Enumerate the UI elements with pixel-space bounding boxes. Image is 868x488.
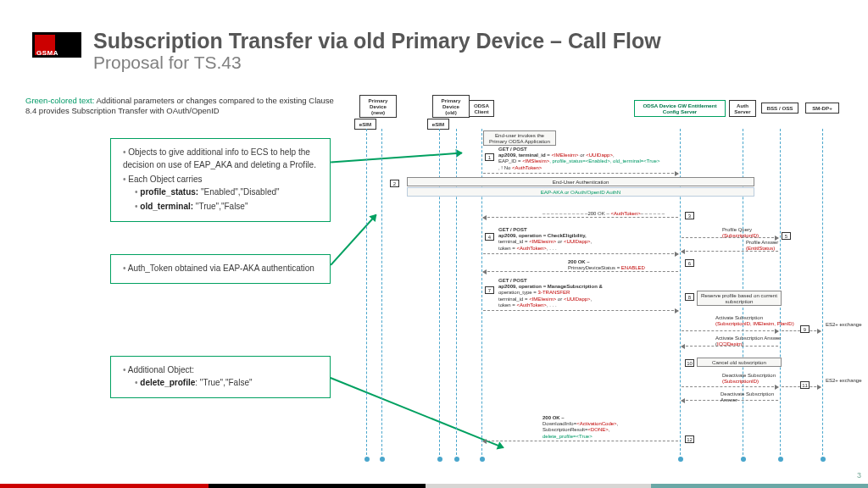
- lifeline-new-device: Primary Device (new): [359, 95, 397, 118]
- page-number: 3: [857, 471, 861, 480]
- arrow: [483, 253, 678, 254]
- footer-bar: [0, 484, 868, 488]
- gsma-logo: [32, 32, 81, 58]
- stepnum-5: 5: [782, 232, 791, 240]
- stepnum-10: 10: [685, 359, 694, 367]
- lifeline-old-device: Primary Device (old): [432, 95, 470, 118]
- lifeline-ecs: ODSA Device GW Entitlement Config Server: [634, 100, 726, 117]
- callout-line: Auth_Token obtained via EAP-AKA authenti…: [123, 262, 321, 274]
- page-subtitle: Proposal for TS.43: [93, 53, 242, 73]
- msg-step4: GET / POST ap2009, operation = CheckElig…: [498, 227, 643, 252]
- msg-ok-enabled: 200 OK –PrimaryDeviceStatus = ENABLED: [568, 259, 645, 271]
- stepnum-7: 7: [485, 286, 494, 294]
- callout-delete-profile: Additional Object: delete_profile: "True…: [110, 356, 331, 398]
- lifeline-smdp: SM-DP+: [805, 103, 839, 114]
- arrow: [682, 386, 778, 387]
- callout-objects: Objects to give additional info to ECS t…: [110, 138, 331, 222]
- slide: Subscription Transfer via old Primary De…: [0, 0, 868, 488]
- callout-line: Each Object carries profile_status: "Ena…: [123, 173, 321, 213]
- stepnum-2: 2: [390, 180, 399, 187]
- lifeline-dash: [366, 129, 367, 459]
- msg-cancel: Cancel old subscription: [697, 358, 782, 367]
- stepnum-3: 3: [685, 212, 694, 219]
- lifeline-auth-server: Auth Server: [729, 100, 756, 117]
- msg-deactivate: Deactivate Subscription(SubscriptionID): [722, 373, 776, 385]
- stepnum-12: 12: [685, 435, 694, 443]
- callout-line: Additional Object: delete_profile: "True…: [123, 363, 321, 389]
- msg-step1: GET / POST ap2009, terminal_id = <IMEIes…: [498, 147, 693, 171]
- lifeline-bss-oss: BSS / OSS: [761, 103, 798, 114]
- arrow: [682, 330, 778, 331]
- msg-deactivate-ans: Deactivate Subscription Answer: [721, 391, 788, 403]
- callout-line: delete_profile: "True","False": [135, 376, 321, 389]
- stepnum-6: 6: [685, 259, 694, 267]
- msg-es2-2: ES2+ exchange: [826, 378, 862, 384]
- msg-es2: ES2+ exchange: [826, 322, 862, 328]
- msg-step7: GET / POST ap2009, operation = ManageSub…: [498, 278, 659, 308]
- sequence-diagram: Primary Device (new) eSIM Primary Device…: [356, 93, 865, 474]
- arrow: [483, 310, 678, 311]
- msg-activate-ans: Activate Subscription Answer (ICCIDesim): [715, 336, 800, 347]
- lifeline-dash: [381, 129, 382, 459]
- arrow: [483, 441, 678, 441]
- callout-line: Objects to give additional info to ECS t…: [123, 146, 321, 171]
- stepnum-4: 4: [485, 233, 494, 241]
- callout-authtoken: Auth_Token obtained via EAP-AKA authenti…: [110, 254, 331, 284]
- msg-eu-invoke: End-user invokes the Primary ODSA Applic…: [483, 130, 556, 146]
- lifeline-new-esim: eSIM: [354, 119, 376, 130]
- lifeline-dash: [822, 129, 823, 459]
- lifeline-old-esim: eSIM: [427, 119, 449, 130]
- msg-profile-query: Profile Query(SubscriptionID): [722, 227, 759, 239]
- callout-line: profile_status: "Enabled","Disabled": [135, 186, 321, 198]
- msg-ok-authtoken: – – – – – – – – – – –200 OK – <AuthToken…: [542, 211, 665, 217]
- legend-lead: Green-colored text:: [25, 96, 94, 105]
- legend-note: Green-colored text: Additional parameter…: [25, 96, 339, 117]
- page-title: Subscription Transfer via old Primary De…: [93, 29, 661, 53]
- arrow: [483, 173, 678, 174]
- msg-eap-line: EAP-AKA or OAuth/OpenID AuthN: [407, 187, 754, 197]
- stepnum-1: 1: [485, 153, 494, 161]
- stepnum-11: 11: [800, 381, 810, 389]
- msg-activate: Activate Subscription(SubscriptionID, IM…: [715, 315, 800, 327]
- msg-reserve: Reserve profile based on current subscri…: [697, 291, 782, 306]
- stepnum-8: 8: [685, 293, 694, 301]
- lifeline-odsa-client: ODSA Client: [469, 100, 494, 117]
- callout-line: old_terminal: "True","False": [135, 200, 321, 213]
- stepnum-9: 9: [800, 325, 810, 333]
- msg-profile-answer: Profile Answer(EntitlStatus): [746, 240, 778, 252]
- msg-ok-final: 200 OK – DownloadInfo=<ActivationCode>, …: [542, 415, 678, 440]
- msg-eua: End-User Authentication: [407, 177, 754, 186]
